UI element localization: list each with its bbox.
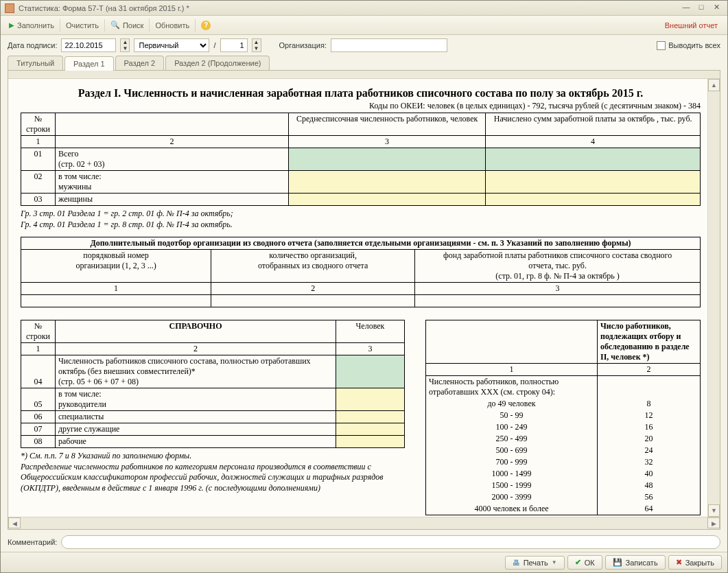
org-label: Организация: (279, 41, 327, 49)
t4-range: 1000 - 1499 (426, 468, 598, 480)
play-icon: ▶ (9, 21, 14, 29)
ruler (8, 71, 720, 79)
scroll-up-icon[interactable]: ▲ (708, 79, 720, 91)
t2-r1-c2[interactable] (211, 295, 415, 307)
t3-r08-txt: рабочие (56, 436, 336, 448)
tab-title[interactable]: Титульный (8, 56, 63, 70)
t1-r01-txt: Всего (стр. 02 + 03) (56, 148, 289, 171)
search-icon: 🔍 (110, 21, 120, 30)
t4-value: 48 (598, 480, 701, 491)
t3-r04-v[interactable] (336, 355, 405, 388)
t4-range: 2000 - 3999 (426, 491, 598, 503)
section-title: Раздел I. Численность и начисленная зара… (21, 87, 701, 100)
search-label: Поиск (123, 21, 143, 30)
t3-h-row: № строки (21, 320, 56, 343)
content-frame: ▲ ▼ Раздел I. Численность и начисленная … (8, 70, 720, 530)
footer: 🖶Печать▼ ✔ОК 💾Записать ✖Закрыть (1, 552, 727, 572)
save-label: Записать (626, 559, 658, 567)
t4-value: 40 (598, 468, 701, 480)
table-4: Число работников, подлежащих отбору и об… (425, 320, 701, 515)
refresh-label: Обновить (155, 21, 189, 30)
t2-r1-c3[interactable] (415, 295, 701, 307)
number-input[interactable] (220, 38, 248, 52)
t1-r02-txt: в том числе: мужчины (56, 171, 289, 194)
vertical-scrollbar[interactable]: ▲ ▼ (707, 79, 720, 517)
ok-button[interactable]: ✔ОК (567, 555, 602, 570)
comment-input[interactable] (61, 535, 720, 549)
t4-value: 16 (598, 421, 701, 433)
scroll-down-icon[interactable]: ▼ (708, 504, 720, 517)
t4-range: 250 - 499 (426, 433, 598, 445)
t3-r05-v[interactable] (336, 388, 405, 411)
t3-r06-num: 06 (21, 411, 56, 423)
t1-r01-c3[interactable] (289, 148, 486, 171)
external-report-label: Внешний отчет (665, 21, 725, 30)
t1-notes: Гр. 3 стр. 01 Раздела 1 = гр. 2 стр. 01 … (21, 209, 701, 230)
t1-n4: 4 (486, 136, 701, 148)
table-1: № строки Среднесписочная численность раб… (21, 113, 701, 206)
t4-value: 8 (598, 398, 701, 410)
t4-range: 100 - 249 (426, 421, 598, 433)
t1-h-c3: Среднесписочная численность работников, … (289, 113, 486, 136)
okei-codes: Коды по ОКЕИ: человек (в целых единицах)… (21, 101, 701, 111)
t3-n2: 2 (56, 343, 336, 355)
t3-n1: 1 (21, 343, 56, 355)
t1-r01-c4[interactable] (486, 148, 701, 171)
t1-r02-c4[interactable] (486, 171, 701, 194)
t2-r1-c1[interactable] (21, 295, 211, 307)
tab-section2-cont[interactable]: Раздел 2 (Продолжение) (165, 56, 270, 70)
save-icon: 💾 (613, 558, 622, 567)
tab-section1[interactable]: Раздел 1 (64, 56, 114, 71)
show-all-label: Выводить всех (668, 41, 720, 49)
number-spinner[interactable]: ▲▼ (252, 38, 261, 52)
clear-label: Очистить (66, 21, 99, 30)
t3-r07-v[interactable] (336, 423, 405, 436)
t3-notes: *) См. п.п. 7 и 8 Указаний по заполнению… (21, 451, 405, 493)
close-label: Закрыть (685, 559, 714, 567)
date-spinner[interactable]: ▲▼ (120, 38, 130, 52)
sign-date-input[interactable] (61, 38, 116, 52)
t4-range: 1500 - 1999 (426, 480, 598, 491)
clear-button[interactable]: Очистить (60, 19, 105, 32)
save-button[interactable]: 💾Записать (605, 555, 666, 570)
print-icon: 🖶 (513, 559, 520, 567)
close-button[interactable]: ✕ (709, 3, 723, 14)
type-select[interactable]: Первичный (134, 38, 209, 52)
window-title: Статистика: Форма 57-Т (на 31 октября 20… (19, 4, 678, 12)
search-button[interactable]: 🔍Поиск (105, 19, 150, 32)
t3-r06-txt: специалисты (56, 411, 336, 423)
toolbar: ▶Заполнить Очистить 🔍Поиск Обновить ? Вн… (1, 16, 727, 35)
show-all-checkbox[interactable]: Выводить всех (657, 41, 720, 50)
params-bar: Дата подписи: ▲▼ Первичный / ▲▼ Организа… (1, 35, 727, 56)
t4-n2: 2 (598, 364, 701, 376)
titlebar: Статистика: Форма 57-Т (на 31 октября 20… (1, 1, 727, 16)
fill-button[interactable]: ▶Заполнить (3, 19, 60, 32)
t3-r08-v[interactable] (336, 436, 405, 448)
help-icon: ? (201, 21, 211, 30)
ok-icon: ✔ (575, 558, 581, 567)
tab-section2[interactable]: Раздел 2 (115, 56, 165, 70)
refresh-button[interactable]: Обновить (150, 19, 196, 32)
t1-r03-c4[interactable] (486, 194, 701, 206)
t4-h2: Число работников, подлежащих отбору и об… (598, 320, 701, 364)
print-button[interactable]: 🖶Печать▼ (505, 556, 565, 570)
scroll-right-icon[interactable]: ▶ (707, 517, 720, 528)
t3-r08-num: 08 (21, 436, 56, 448)
t3-r07-num: 07 (21, 423, 56, 436)
help-button[interactable]: ? (196, 19, 216, 32)
t2-n1: 1 (21, 283, 211, 295)
t4-range: 500 - 699 (426, 445, 598, 456)
t4-range: до 49 человек (426, 398, 598, 410)
slash: / (213, 41, 215, 49)
minimize-button[interactable]: — (679, 3, 693, 14)
t4-value: 56 (598, 491, 701, 503)
t1-r02-c3[interactable] (289, 171, 486, 194)
close-window-button[interactable]: ✖Закрыть (668, 555, 722, 570)
org-input[interactable] (331, 38, 447, 52)
horizontal-scrollbar[interactable]: ◀ ▶ (8, 517, 720, 529)
t1-r03-c3[interactable] (289, 194, 486, 206)
t1-n2: 2 (56, 136, 289, 148)
t3-r06-v[interactable] (336, 411, 405, 423)
scroll-left-icon[interactable]: ◀ (8, 517, 21, 528)
maximize-button[interactable]: □ (694, 3, 708, 14)
